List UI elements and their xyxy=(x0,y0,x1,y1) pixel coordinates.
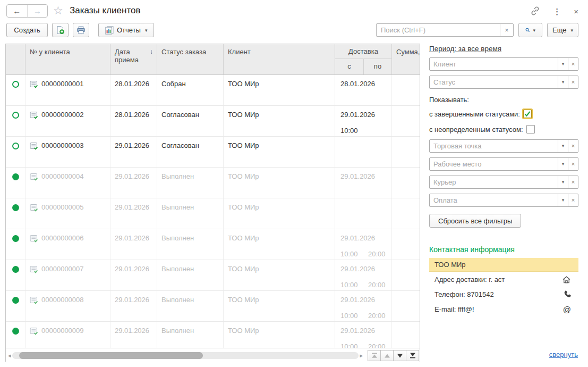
table-row[interactable]: 0000000000629.01.2026ВыполненТОО МИр29.0… xyxy=(6,229,420,260)
at-icon: @ xyxy=(563,305,571,314)
order-date: 28.01.2026 xyxy=(110,106,157,136)
reports-button[interactable]: Отчеты ▾ xyxy=(98,23,154,37)
table-row[interactable]: 0000000000329.01.2026СогласованТОО МИр xyxy=(6,137,420,168)
horizontal-scrollbar[interactable]: ◂ ▸ xyxy=(8,352,363,360)
delivery-date: 29.01.2026 xyxy=(335,172,391,180)
clear-icon[interactable]: × xyxy=(568,176,578,188)
delivery-to: 20:00 xyxy=(368,281,386,289)
chevron-down-icon[interactable]: ▾ xyxy=(558,76,568,88)
table-row[interactable]: 0000000000729.01.2026ВыполненТОО МИр29.0… xyxy=(6,260,420,291)
order-done-status-icon xyxy=(12,235,19,242)
checkbox[interactable] xyxy=(523,110,532,118)
toolbar: Создать Отчеты ▾ xyxy=(0,22,588,38)
scroll-left-icon[interactable]: ◂ xyxy=(8,352,11,359)
table-row[interactable]: 0000000000929.01.2026ВыполненТОО МИр29.0… xyxy=(6,322,420,348)
chevron-down-icon[interactable]: ▾ xyxy=(558,194,568,206)
link-icon[interactable] xyxy=(530,6,540,18)
table-row[interactable]: 0000000000228.01.2026СогласованТОО МИр29… xyxy=(6,106,420,137)
order-document-icon xyxy=(30,142,38,150)
column-header-delivery[interactable]: Доставка с по xyxy=(335,44,392,74)
go-top-icon xyxy=(371,353,378,358)
go-first-button[interactable] xyxy=(368,350,381,361)
column-header-state[interactable] xyxy=(6,44,25,74)
order-client: ТОО МИр xyxy=(224,168,335,198)
order-status: Собран xyxy=(157,75,224,105)
contact-row[interactable]: Адрес доставки: г. аст xyxy=(429,272,578,287)
column-header-number[interactable]: № у клиента xyxy=(25,44,110,74)
scroll-right-icon[interactable]: ▸ xyxy=(360,352,363,359)
chevron-down-icon[interactable]: ▾ xyxy=(558,58,568,70)
arrow-up-icon xyxy=(384,354,390,358)
back-icon[interactable]: ← xyxy=(7,5,27,17)
filter-panel: Период: за все время Клиент▾×Статус▾× По… xyxy=(429,44,578,316)
scrollbar-thumb[interactable] xyxy=(19,352,203,359)
search-button[interactable]: ▾ xyxy=(518,23,542,37)
checkbox[interactable] xyxy=(526,125,535,134)
forward-icon[interactable]: → xyxy=(27,5,48,17)
show-label: Показывать: xyxy=(429,96,578,104)
order-client: ТОО МИр xyxy=(224,260,335,290)
order-document-icon xyxy=(30,265,38,273)
search-box: × xyxy=(376,23,514,37)
clear-icon[interactable]: × xyxy=(568,194,578,206)
column-header-date[interactable]: Дата ↓ приема xyxy=(110,44,157,74)
printer-icon xyxy=(76,26,86,35)
order-open-status-icon xyxy=(12,81,19,88)
column-header-status[interactable]: Статус заказа xyxy=(157,44,224,74)
go-last-button[interactable] xyxy=(406,350,419,361)
table-body: 0000000000128.01.2026СобранТОО МИр28.01.… xyxy=(6,75,420,348)
order-number: 00000000004 xyxy=(41,172,84,180)
sort-desc-icon: ↓ xyxy=(150,48,153,55)
scrollbar-track[interactable] xyxy=(12,352,359,359)
table-row[interactable]: 0000000000429.01.2026ВыполненТОО МИр29.0… xyxy=(6,168,420,198)
column-header-sum[interactable]: Сумма, xyxy=(392,44,424,74)
reset-filters-button[interactable]: Сбросить все фильтры xyxy=(429,214,521,228)
checkmark-icon xyxy=(524,111,531,117)
chevron-down-icon[interactable]: ▾ xyxy=(558,158,568,170)
collapse-link[interactable]: свернуть xyxy=(549,351,578,358)
filter-input[interactable]: Курьер xyxy=(430,176,558,188)
filter-input[interactable]: Торговая точка xyxy=(430,140,558,152)
contact-selected-client[interactable]: ТОО МИр xyxy=(429,258,578,272)
order-number: 00000000002 xyxy=(41,111,84,119)
contact-row[interactable]: Телефон: 8701542 xyxy=(429,287,578,302)
column-header-delivery-from[interactable]: с xyxy=(335,59,364,74)
chevron-down-icon[interactable]: ▾ xyxy=(558,176,568,188)
page-up-button[interactable] xyxy=(380,350,394,361)
filter-input[interactable]: Статус xyxy=(430,76,558,88)
table-footer: ◂ ▸ xyxy=(6,348,420,362)
show-checkboxes: с завершенными статусами: с неопределенн… xyxy=(429,109,578,135)
delivery-from: 10:00 xyxy=(335,127,368,135)
table-header: № у клиента Дата ↓ приема Статус заказа … xyxy=(6,44,420,75)
clear-icon[interactable]: × xyxy=(568,140,578,152)
close-icon[interactable]: × xyxy=(574,7,578,16)
order-client: ТОО МИр xyxy=(224,106,335,136)
clear-icon[interactable]: × xyxy=(568,58,578,70)
page-down-button[interactable] xyxy=(393,350,406,361)
table-row[interactable]: 0000000000529.01.2026ВыполненТОО МИр xyxy=(6,198,420,229)
table-row[interactable]: 0000000000829.01.2026ВыполненТОО МИр29.0… xyxy=(6,291,420,322)
order-date: 29.01.2026 xyxy=(110,260,157,290)
filter-input[interactable]: Клиент xyxy=(430,58,558,70)
more-menu-icon[interactable]: ⋮ xyxy=(553,7,561,16)
contact-row[interactable]: E-mail: ffff@!@ xyxy=(429,302,578,316)
filter-input[interactable]: Рабочее место xyxy=(430,158,558,170)
chevron-down-icon[interactable]: ▾ xyxy=(558,140,568,152)
search-input[interactable] xyxy=(377,24,500,36)
period-link[interactable]: Период: за все время xyxy=(429,45,501,53)
search-clear-icon[interactable]: × xyxy=(500,24,513,36)
print-button[interactable] xyxy=(73,23,89,37)
column-header-client[interactable]: Клиент xyxy=(224,44,335,74)
favorite-star-icon[interactable]: ☆ xyxy=(53,4,63,17)
clear-icon[interactable]: × xyxy=(568,158,578,170)
create-button[interactable]: Создать xyxy=(6,23,48,37)
history-nav-group: ← → xyxy=(6,4,48,18)
table-row[interactable]: 0000000000128.01.2026СобранТОО МИр28.01.… xyxy=(6,75,420,106)
column-header-delivery-to[interactable]: по xyxy=(364,59,391,74)
filter-input[interactable]: Оплата xyxy=(430,194,558,206)
delivery-date: 29.01.2026 xyxy=(335,296,391,304)
clear-icon[interactable]: × xyxy=(568,76,578,88)
create-copy-button[interactable] xyxy=(52,23,69,37)
more-button[interactable]: Еще ▾ xyxy=(547,23,578,37)
order-number: 00000000008 xyxy=(41,296,84,304)
